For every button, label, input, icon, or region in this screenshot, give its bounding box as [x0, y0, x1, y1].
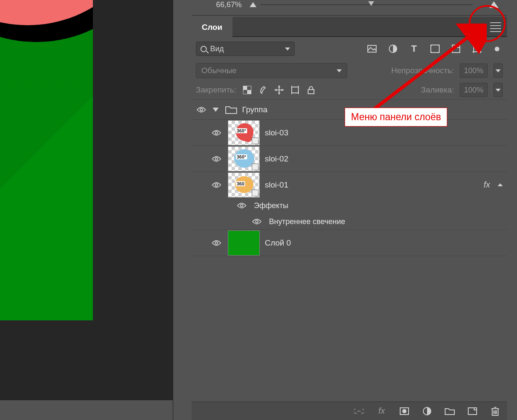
tab-layers-label: Слои [202, 23, 222, 32]
chevron-down-icon [337, 69, 342, 72]
zoom-small-icon [250, 2, 256, 7]
svg-marker-20 [278, 85, 280, 87]
svg-marker-23 [282, 89, 284, 91]
svg-rect-9 [452, 45, 460, 53]
visibility-toggle[interactable] [210, 156, 223, 162]
layer-name[interactable]: Слой 0 [265, 238, 291, 248]
visibility-toggle[interactable] [235, 202, 248, 209]
svg-rect-24 [292, 87, 298, 93]
smartobject-badge-icon [252, 190, 258, 196]
fx-indicator[interactable]: fx [483, 180, 490, 190]
svg-rect-8 [438, 52, 440, 53]
adjustment-layer-icon[interactable] [422, 407, 432, 416]
filter-toggle-switch[interactable] [495, 47, 499, 51]
chevron-down-icon [285, 48, 290, 50]
mask-button-icon[interactable] [399, 407, 409, 416]
layer-name[interactable]: sloi-01 [265, 180, 288, 190]
lock-label: Закрепить: [196, 85, 236, 95]
filter-artboard-icon[interactable] [472, 44, 482, 53]
new-layer-icon[interactable] [467, 407, 477, 416]
filter-image-icon[interactable] [367, 44, 377, 53]
effects-heading: Эффекты [254, 201, 288, 210]
layer-thumbnail[interactable]: 360 [228, 172, 260, 198]
blend-mode-select[interactable]: Обычные [196, 63, 347, 78]
svg-rect-10 [474, 46, 480, 52]
svg-marker-22 [274, 89, 277, 91]
svg-marker-29 [213, 108, 219, 112]
blend-mode-row: Обычные Непрозрачность: 100% [192, 61, 507, 81]
layer-filter-icons: T [367, 44, 503, 53]
opacity-dropdown[interactable] [493, 63, 503, 78]
delete-layer-icon[interactable] [490, 407, 500, 416]
canvas-document[interactable] [0, 0, 93, 320]
layer-list: Группа 360° sloi-03 360° sloi-02 [192, 99, 507, 256]
lock-transparency-icon[interactable] [242, 85, 252, 95]
new-group-icon[interactable] [445, 407, 455, 416]
lock-all-icon[interactable] [306, 85, 316, 95]
fill-dropdown[interactable] [493, 83, 503, 97]
blend-mode-value: Обычные [201, 66, 237, 75]
opacity-label: Непрозрачность: [391, 66, 454, 75]
lock-position-icon[interactable] [274, 85, 284, 95]
lock-artboard-icon[interactable] [290, 85, 300, 95]
svg-rect-39 [468, 408, 477, 415]
visibility-toggle[interactable] [210, 129, 223, 136]
effects-heading-row[interactable]: Эффекты [192, 198, 507, 214]
layer-name[interactable]: sloi-02 [265, 154, 288, 164]
visibility-toggle[interactable] [210, 182, 223, 188]
layer-row[interactable]: 360° sloi-03 [192, 119, 507, 145]
zoom-slider-thumb[interactable] [368, 1, 374, 6]
group-collapse-toggle[interactable] [213, 108, 220, 112]
lock-paint-icon[interactable] [258, 85, 268, 95]
canvas-statusbar [0, 400, 173, 420]
filter-smartobject-icon[interactable] [451, 44, 461, 53]
zoom-slider[interactable] [261, 3, 485, 6]
layer-thumbnail[interactable]: 360° [228, 120, 260, 145]
svg-rect-7 [430, 52, 432, 53]
layer-filter-select[interactable]: Вид [196, 42, 295, 56]
filter-shape-icon[interactable] [430, 44, 440, 53]
tab-layers[interactable]: Слои [192, 17, 232, 37]
filter-text-icon[interactable]: T [409, 44, 419, 53]
svg-point-30 [215, 132, 218, 134]
svg-rect-27 [308, 90, 314, 94]
svg-marker-1 [489, 1, 499, 8]
svg-point-33 [240, 204, 243, 207]
layer-name[interactable]: sloi-03 [265, 128, 288, 137]
layer-row[interactable]: 360° sloi-02 [192, 145, 507, 172]
fx-button-icon[interactable]: fx [377, 407, 387, 416]
scrollbar-area[interactable] [507, 0, 517, 420]
layer-row[interactable]: 360 sloi-01 fx [192, 172, 507, 198]
layer-filter-row: Вид T [192, 37, 507, 61]
layer-group-row[interactable]: Группа [192, 99, 507, 119]
fx-collapse-toggle[interactable] [498, 183, 503, 186]
panel-menu-button[interactable] [487, 20, 504, 34]
tab-empty-area [232, 17, 507, 37]
panel-gutter [173, 0, 192, 420]
layer-thumbnail[interactable]: 360° [228, 146, 260, 172]
fill-value[interactable]: 100% [460, 83, 488, 97]
link-layers-icon[interactable] [354, 407, 364, 416]
svg-point-34 [256, 220, 258, 223]
svg-point-31 [215, 158, 218, 160]
visibility-toggle[interactable] [251, 218, 263, 225]
svg-point-35 [215, 242, 218, 244]
layer-filter-label: Вид [210, 45, 224, 53]
visibility-toggle[interactable] [195, 106, 208, 113]
layer-thumbnail[interactable] [228, 230, 260, 256]
lock-row: Закрепить: Заливка: 100% [192, 81, 507, 99]
layer-row[interactable]: Слой 0 [192, 230, 507, 256]
opacity-value[interactable]: 100% [460, 63, 488, 78]
layers-panel: 66,67% Слои Вид [192, 0, 507, 420]
filter-adjustment-icon[interactable] [388, 44, 398, 53]
zoom-value[interactable]: 66,67% [216, 0, 245, 9]
svg-marker-21 [278, 92, 280, 95]
effect-item-row[interactable]: Внутреннее свечение [192, 214, 507, 230]
visibility-toggle[interactable] [210, 240, 223, 246]
canvas-area[interactable] [0, 0, 173, 400]
layers-action-bar: fx [192, 402, 507, 420]
group-name[interactable]: Группа [242, 105, 267, 114]
zoom-large-icon [489, 1, 499, 8]
folder-icon [225, 105, 237, 114]
fill-label: Заливка: [421, 85, 454, 95]
